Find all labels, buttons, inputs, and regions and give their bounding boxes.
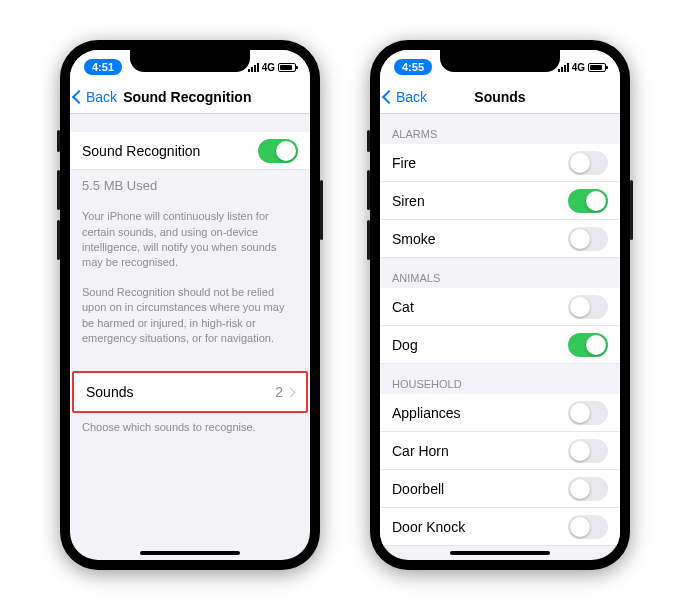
row-label: Dog [392, 337, 418, 353]
network-label: 4G [262, 62, 275, 73]
home-indicator[interactable] [140, 551, 240, 555]
status-time: 4:51 [84, 59, 122, 75]
back-label: Back [396, 89, 427, 105]
status-time: 4:55 [394, 59, 432, 75]
section-header-alarms: ALARMS [380, 114, 620, 144]
row-label: Fire [392, 155, 416, 171]
battery-icon [588, 63, 606, 72]
battery-icon [278, 63, 296, 72]
signal-icon [248, 62, 259, 72]
toggle-smoke[interactable] [568, 227, 608, 251]
row-label: Doorbell [392, 481, 444, 497]
notch [130, 50, 250, 72]
row-value: 2 [275, 384, 283, 400]
toggle-car-horn[interactable] [568, 439, 608, 463]
toggle-door-knock[interactable] [568, 515, 608, 539]
row-label: Siren [392, 193, 425, 209]
notch [440, 50, 560, 72]
row-fire[interactable]: Fire [380, 144, 620, 182]
toggle-cat[interactable] [568, 295, 608, 319]
page-title: Sound Recognition [123, 89, 251, 105]
row-car-horn[interactable]: Car Horn [380, 432, 620, 470]
chevron-left-icon [382, 89, 396, 103]
row-label: Car Horn [392, 443, 449, 459]
toggle-siren[interactable] [568, 189, 608, 213]
back-button[interactable]: Back [380, 89, 427, 105]
sound-recognition-toggle-row[interactable]: Sound Recognition [70, 132, 310, 170]
description-1: Your iPhone will continuously listen for… [70, 202, 310, 278]
row-door-knock[interactable]: Door Knock [380, 508, 620, 546]
back-label: Back [86, 89, 117, 105]
row-label: Sound Recognition [82, 143, 200, 159]
sounds-row-highlight: Sounds 2 [72, 371, 308, 413]
row-appliances[interactable]: Appliances [380, 394, 620, 432]
sound-recognition-toggle[interactable] [258, 139, 298, 163]
usage-text: 5.5 MB Used [70, 170, 310, 202]
nav-bar: Back Sounds [380, 80, 620, 114]
row-label: Smoke [392, 231, 436, 247]
section-header-household: HOUSEHOLD [380, 364, 620, 394]
toggle-doorbell[interactable] [568, 477, 608, 501]
toggle-dog[interactable] [568, 333, 608, 357]
phone-right: 4:55 4G Back Sounds ALARMS Fire [370, 40, 630, 570]
chevron-left-icon [72, 89, 86, 103]
nav-bar: Back Sound Recognition [70, 80, 310, 114]
sounds-footer: Choose which sounds to recognise. [70, 413, 310, 442]
page-title: Sounds [474, 89, 525, 105]
row-label: Cat [392, 299, 414, 315]
network-label: 4G [572, 62, 585, 73]
back-button[interactable]: Back [70, 89, 117, 105]
sounds-row[interactable]: Sounds 2 [74, 373, 306, 411]
phone-left: 4:51 4G Back Sound Recognition Sound Rec… [60, 40, 320, 570]
description-2: Sound Recognition should not be relied u… [70, 278, 310, 354]
row-smoke[interactable]: Smoke [380, 220, 620, 258]
toggle-fire[interactable] [568, 151, 608, 175]
home-indicator[interactable] [450, 551, 550, 555]
row-doorbell[interactable]: Doorbell [380, 470, 620, 508]
row-siren[interactable]: Siren [380, 182, 620, 220]
chevron-right-icon [286, 387, 296, 397]
row-dog[interactable]: Dog [380, 326, 620, 364]
row-label: Door Knock [392, 519, 465, 535]
signal-icon [558, 62, 569, 72]
row-cat[interactable]: Cat [380, 288, 620, 326]
toggle-appliances[interactable] [568, 401, 608, 425]
row-label: Sounds [86, 384, 133, 400]
section-header-animals: ANIMALS [380, 258, 620, 288]
row-label: Appliances [392, 405, 461, 421]
